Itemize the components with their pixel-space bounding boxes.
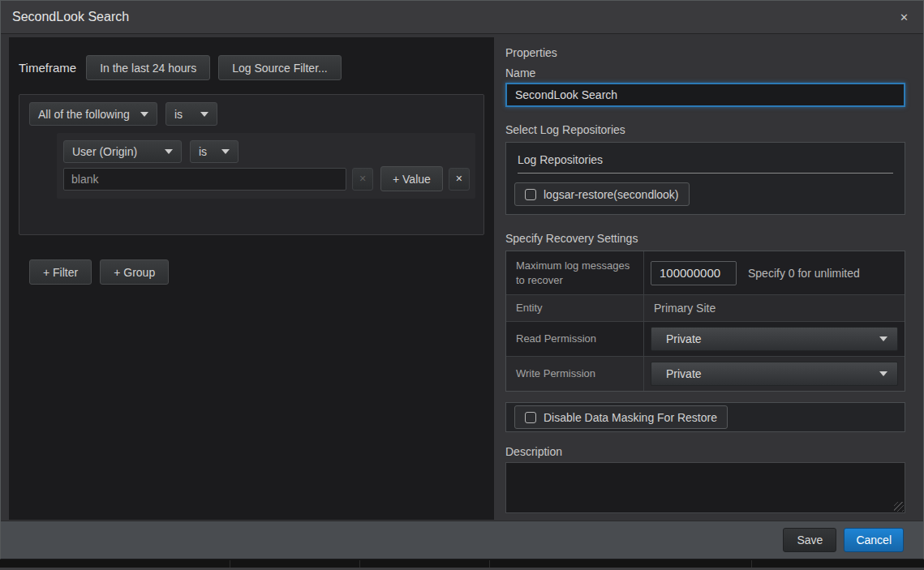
rule-value-input[interactable] [63,168,346,191]
rule-field-dropdown[interactable]: User (Origin) [63,140,182,163]
table-row: Read Permission Private [506,321,905,356]
write-permission-label: Write Permission [506,357,644,391]
max-messages-input[interactable] [651,261,737,285]
filter-group: All of the following is User (Origin) [19,94,484,235]
chevron-down-icon [879,371,887,376]
read-permission-cell: Private [644,322,905,356]
repository-checkbox-item[interactable]: logsar-restore(secondlook) [514,182,690,206]
log-source-filter-button[interactable]: Log Source Filter... [218,55,342,80]
entity-label: Entity [506,295,644,321]
entity-value: Primary Site [651,302,716,315]
group-condition-value: is [174,108,191,121]
add-filter-button[interactable]: + Filter [29,259,92,285]
recovery-heading: Specify Recovery Settings [505,232,905,245]
write-permission-value: Private [666,367,702,380]
dialog-titlebar: SecondLook Search ✕ [1,1,923,34]
read-permission-label: Read Permission [506,322,644,356]
divider [518,173,893,174]
entity-cell: Primary Site [644,295,905,321]
name-input[interactable] [505,83,905,107]
background-page-strip [0,560,924,570]
filter-rule-value-row: ✕ + Value ✕ [63,166,470,191]
timeframe-label: Timeframe [19,61,76,75]
description-wrap [505,462,905,513]
name-label: Name [505,66,905,79]
rule-operator-dropdown[interactable]: is [190,140,239,163]
repository-label: logsar-restore(secondlook) [544,188,679,201]
add-group-button[interactable]: + Group [100,259,169,285]
data-masking-box: Disable Data Masking For Restore [505,402,905,432]
chevron-down-icon [165,149,173,154]
checkbox-icon[interactable] [525,412,536,423]
dialog-body: Timeframe In the last 24 hours Log Sourc… [1,34,923,521]
filter-rule: User (Origin) is ✕ + Value ✕ [57,133,475,199]
table-row: Entity Primary Site [506,294,905,321]
dialog-title: SecondLook Search [12,10,129,24]
write-permission-cell: Private [644,357,905,391]
properties-panel: Properties Name Select Log Repositories … [505,34,905,521]
chevron-down-icon [140,112,148,117]
description-textarea[interactable] [505,462,905,513]
secondlook-search-dialog: SecondLook Search ✕ Timeframe In the las… [0,0,924,559]
search-filter-panel: Timeframe In the last 24 hours Log Sourc… [9,37,494,520]
description-label: Description [505,445,905,458]
read-permission-dropdown[interactable]: Private [651,327,898,351]
cancel-button[interactable]: Cancel [844,528,904,552]
table-row: Write Permission Private [506,356,905,391]
save-button[interactable]: Save [783,528,836,552]
rule-operator-value: is [199,145,212,158]
group-operator-dropdown[interactable]: All of the following [29,102,157,126]
remove-rule-icon[interactable]: ✕ [449,168,470,191]
recovery-settings-table: Maximum log messages to recover Specify … [505,251,905,392]
resize-grip-icon[interactable] [894,502,904,512]
remove-value-icon[interactable]: ✕ [352,168,373,191]
repositories-heading: Select Log Repositories [505,123,905,136]
close-icon[interactable]: ✕ [896,10,912,25]
max-messages-hint: Specify 0 for unlimited [748,267,860,280]
chevron-down-icon [221,149,230,154]
max-messages-label: Maximum log messages to recover [506,251,644,294]
log-repositories-title: Log Repositories [506,143,905,173]
properties-heading: Properties [505,46,905,59]
add-value-button[interactable]: + Value [380,166,443,191]
chevron-down-icon [879,336,887,341]
filter-group-header: All of the following is [29,102,217,126]
read-permission-value: Private [666,332,702,345]
group-operator-value: All of the following [38,108,131,121]
chevron-down-icon [200,112,208,117]
max-messages-cell: Specify 0 for unlimited [644,251,905,294]
checkbox-icon[interactable] [525,189,536,200]
timeframe-range-button[interactable]: In the last 24 hours [86,55,210,80]
write-permission-dropdown[interactable]: Private [651,362,898,386]
log-repositories-box: Log Repositories logsar-restore(secondlo… [505,142,905,215]
dialog-footer: Save Cancel [1,521,923,559]
timeframe-row: Timeframe In the last 24 hours Log Sourc… [19,55,342,80]
rule-field-value: User (Origin) [72,145,155,158]
disable-masking-checkbox-item[interactable]: Disable Data Masking For Restore [514,405,728,429]
table-row: Maximum log messages to recover Specify … [506,251,905,294]
disable-masking-label: Disable Data Masking For Restore [544,411,717,424]
filter-rule-header: User (Origin) is [63,140,239,163]
group-condition-dropdown[interactable]: is [165,102,217,126]
filter-group-footer: + Filter + Group [29,259,169,285]
